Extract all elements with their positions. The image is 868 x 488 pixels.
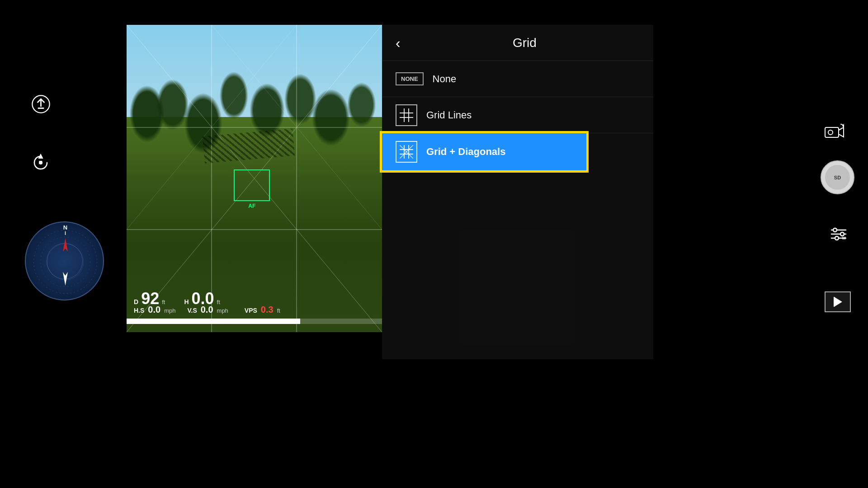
grid-option-lines[interactable]: Grid Lines: [382, 97, 653, 133]
hover-icon: H: [31, 153, 51, 173]
progress-bar[interactable]: [127, 319, 382, 324]
svg-text:N: N: [63, 224, 67, 231]
grid-option-none[interactable]: NONE None: [382, 61, 653, 97]
hs-label: H.S: [134, 307, 144, 314]
telemetry-row-2: H.S 0.0 mph V.S 0.0 mph VPS 0.3 ft: [127, 304, 288, 319]
compass: N: [25, 221, 104, 300]
camera-switch-button[interactable]: [821, 120, 848, 145]
af-corner-tr: [264, 169, 270, 175]
svg-marker-10: [39, 155, 42, 158]
af-corner-tl: [234, 169, 239, 175]
none-badge: NONE: [396, 72, 424, 85]
settings-button[interactable]: M: [826, 221, 851, 246]
grid-diagonals-icon: [400, 145, 413, 159]
hs-value: 0.0: [148, 305, 160, 315]
progress-bar-fill: [127, 319, 300, 324]
back-button[interactable]: ‹: [396, 36, 401, 50]
af-box: [234, 169, 270, 201]
gallery-button[interactable]: [825, 291, 851, 312]
vs-unit: mph: [217, 307, 228, 314]
left-sidebar: H: [27, 90, 54, 176]
settings-icon: M: [828, 223, 849, 245]
svg-marker-19: [63, 272, 68, 286]
record-inner: SD: [825, 165, 850, 190]
vs-value: 0.0: [201, 305, 213, 315]
grid-lines-icon: [400, 108, 413, 122]
grid-lines-icon-box: [396, 104, 417, 126]
grid-diagonals-label: Grid + Diagonals: [426, 146, 505, 158]
none-label: None: [433, 73, 457, 85]
svg-point-35: [833, 228, 837, 232]
panel-header: ‹ Grid: [382, 25, 653, 61]
svg-marker-18: [63, 238, 68, 252]
hs-unit: mph: [164, 307, 175, 314]
return-home-button[interactable]: [27, 90, 54, 117]
svg-rect-30: [825, 127, 839, 137]
grid-lines-label: Grid Lines: [426, 109, 472, 121]
vps-value: 0.3: [261, 305, 274, 315]
grid-option-diagonals[interactable]: Grid + Diagonals: [382, 133, 588, 170]
svg-marker-31: [839, 127, 844, 137]
svg-point-39: [835, 236, 839, 240]
svg-point-37: [840, 232, 844, 236]
play-icon: [833, 297, 842, 307]
svg-point-32: [828, 130, 833, 135]
svg-text:H: H: [39, 160, 42, 164]
grid-diagonals-icon-box: [396, 141, 417, 163]
record-label: SD: [834, 175, 841, 180]
af-corner-br: [264, 196, 270, 201]
hover-button[interactable]: H: [27, 149, 54, 176]
svg-text:M: M: [842, 236, 846, 240]
af-corner-bl: [234, 196, 239, 201]
camera-switch-icon: [823, 122, 845, 142]
panel-title: Grid: [410, 36, 640, 50]
vs-label: V.S: [187, 307, 197, 314]
compass-circle: N: [25, 221, 104, 300]
return-home-icon: [31, 94, 51, 114]
record-button[interactable]: SD: [821, 160, 854, 194]
vps-unit: ft: [277, 307, 280, 314]
vps-label: VPS: [245, 307, 257, 314]
svg-marker-41: [834, 297, 841, 306]
svg-point-15: [47, 244, 84, 280]
